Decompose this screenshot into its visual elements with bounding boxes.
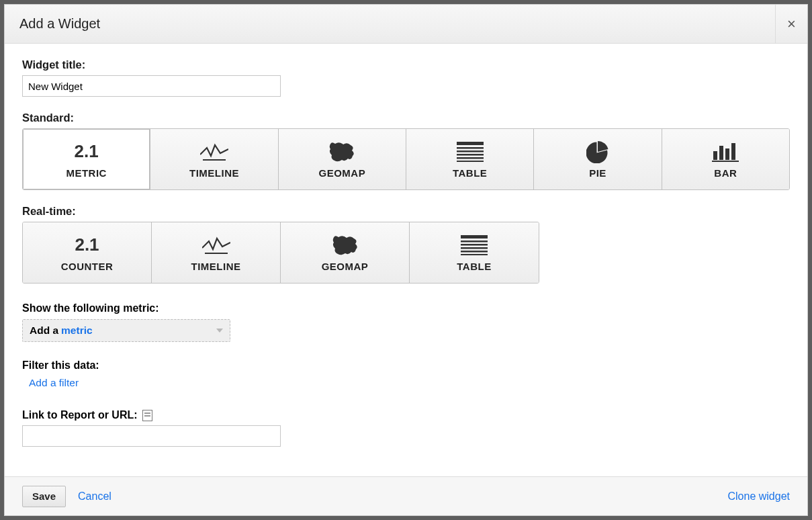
timeline-icon xyxy=(202,234,230,257)
svg-rect-16 xyxy=(461,247,488,249)
metric-icon: 2.1 xyxy=(75,140,99,163)
add-metric-link-text: metric xyxy=(61,324,93,337)
type-geomap-rt[interactable]: GEOMAP xyxy=(281,222,410,283)
filter-section-label: Filter this data: xyxy=(22,359,790,372)
svg-rect-8 xyxy=(719,146,723,160)
pie-icon xyxy=(586,140,609,163)
type-label: METRIC xyxy=(66,167,107,179)
modal-header: Add a Widget × xyxy=(5,5,807,44)
add-metric-prefix: Add a xyxy=(30,324,58,337)
type-metric[interactable]: 2.1 METRIC xyxy=(23,129,150,189)
widget-title-input[interactable] xyxy=(22,75,281,97)
svg-rect-1 xyxy=(457,142,484,145)
table-icon xyxy=(461,234,488,257)
type-label: COUNTER xyxy=(61,261,114,272)
report-icon[interactable] xyxy=(142,410,152,421)
svg-rect-9 xyxy=(725,148,729,160)
svg-rect-10 xyxy=(731,143,735,160)
type-pie[interactable]: PIE xyxy=(534,129,662,189)
type-counter[interactable]: 2.1 COUNTER xyxy=(23,222,152,283)
geomap-icon xyxy=(330,234,360,257)
svg-rect-7 xyxy=(713,151,717,160)
standard-section-label: Standard: xyxy=(22,112,790,124)
caret-down-icon xyxy=(216,329,223,333)
add-filter-link[interactable]: Add a filter xyxy=(29,377,79,388)
geomap-icon xyxy=(327,140,357,163)
svg-rect-13 xyxy=(461,235,488,239)
type-label: PIE xyxy=(589,167,606,179)
timeline-icon xyxy=(200,140,228,163)
realtime-section-label: Real-time: xyxy=(22,205,790,218)
save-button[interactable]: Save xyxy=(22,486,66,507)
type-label: BAR xyxy=(714,167,737,179)
type-label: TABLE xyxy=(457,261,491,272)
metric-section-label: Show the following metric: xyxy=(22,302,790,314)
add-metric-dropdown[interactable]: Add a metric xyxy=(22,319,230,342)
cancel-link[interactable]: Cancel xyxy=(78,490,111,503)
type-table[interactable]: TABLE xyxy=(406,129,534,189)
modal-title: Add a Widget xyxy=(5,16,775,32)
svg-rect-14 xyxy=(461,241,488,243)
bar-icon xyxy=(712,140,739,163)
type-geomap[interactable]: GEOMAP xyxy=(279,129,406,189)
link-section-label: Link to Report or URL: xyxy=(22,409,138,421)
svg-rect-4 xyxy=(457,154,484,156)
type-timeline[interactable]: TIMELINE xyxy=(150,129,278,189)
type-label: TABLE xyxy=(453,167,487,179)
type-bar[interactable]: BAR xyxy=(662,129,789,189)
modal-body: Widget title: Standard: 2.1 METRIC xyxy=(5,44,807,476)
type-timeline-rt[interactable]: TIMELINE xyxy=(152,222,281,283)
link-url-input[interactable] xyxy=(22,425,281,447)
close-icon: × xyxy=(787,15,796,33)
svg-rect-3 xyxy=(457,150,484,153)
svg-rect-17 xyxy=(461,251,488,253)
svg-rect-2 xyxy=(457,147,484,149)
counter-icon: 2.1 xyxy=(75,234,99,257)
table-icon xyxy=(457,140,484,163)
svg-rect-6 xyxy=(457,161,484,162)
clone-widget-link[interactable]: Clone widget xyxy=(728,490,791,503)
close-button[interactable]: × xyxy=(775,5,807,44)
type-label: TIMELINE xyxy=(189,167,239,179)
type-label: TIMELINE xyxy=(191,261,241,272)
type-label: GEOMAP xyxy=(318,167,365,179)
standard-type-row: 2.1 METRIC TIMELINE xyxy=(22,128,790,190)
realtime-type-row: 2.1 COUNTER TIMELINE xyxy=(22,222,539,284)
modal-footer: Save Cancel Clone widget xyxy=(5,476,807,515)
svg-rect-18 xyxy=(461,254,488,255)
svg-rect-5 xyxy=(457,157,484,159)
svg-rect-15 xyxy=(461,244,488,246)
type-label: GEOMAP xyxy=(322,261,369,272)
type-table-rt[interactable]: TABLE xyxy=(410,222,539,283)
add-widget-modal: Add a Widget × Widget title: Standard: 2… xyxy=(4,4,808,516)
widget-title-label: Widget title: xyxy=(22,58,790,71)
